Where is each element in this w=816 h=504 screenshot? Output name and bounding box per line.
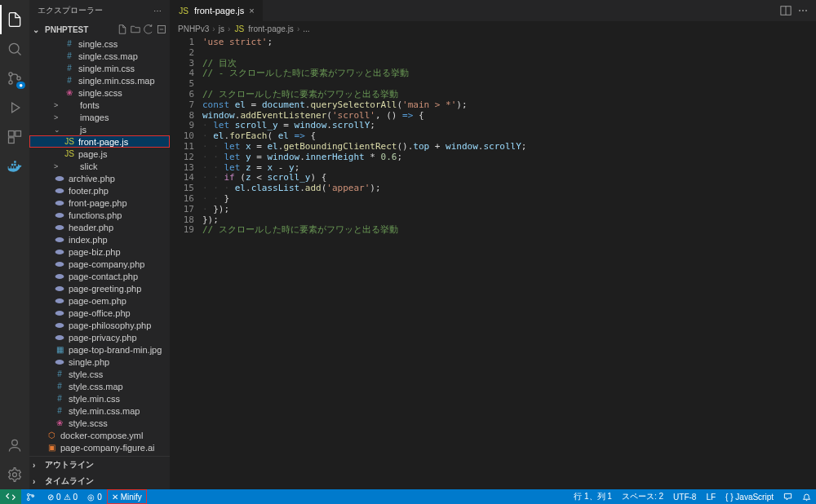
tree-item[interactable]: #style.min.css	[29, 392, 170, 405]
tree-item[interactable]: front-page.php	[29, 197, 170, 209]
tree-item-label: page.js	[78, 149, 107, 159]
breadcrumb-item[interactable]: ...	[303, 24, 309, 33]
tab-front-page-js[interactable]: JS front-page.js ×	[170, 0, 264, 21]
activity-extensions[interactable]	[0, 122, 29, 152]
tree-item[interactable]: #single.min.css	[29, 62, 170, 74]
activity-explorer[interactable]	[0, 5, 29, 34]
tree-item[interactable]: header.php	[29, 221, 170, 233]
tree-item[interactable]: page-biz.php	[29, 245, 170, 258]
tree-item[interactable]: >fonts	[29, 99, 170, 111]
collapse-icon[interactable]	[157, 24, 166, 34]
code-line[interactable]: · });	[202, 205, 816, 215]
eol[interactable]: LF	[701, 489, 721, 504]
tree-item[interactable]: ⬡docker-compose.yml	[29, 429, 170, 441]
code[interactable]: 'use strict';// 目次// - スクロールした時に要素がフワッと出…	[202, 38, 816, 489]
code-area[interactable]: 12345678910111213141516171819 'use stric…	[170, 36, 816, 489]
tree-item[interactable]: #style.min.css.map	[29, 405, 170, 417]
tree-item-label: header.php	[69, 223, 113, 232]
tree-item[interactable]: JSpage.js	[29, 148, 170, 160]
tree-item[interactable]: page-greeting.php	[29, 282, 170, 294]
php-icon	[54, 236, 65, 244]
new-folder-icon[interactable]	[131, 24, 140, 34]
timeline-section[interactable]: › タイムライン	[29, 473, 170, 489]
tree-item[interactable]: ❀single.scss	[29, 86, 170, 99]
project-header[interactable]: ⌄ PNHPTEST	[29, 21, 170, 38]
cursor-position[interactable]: 行 1、列 1	[569, 489, 617, 504]
code-line[interactable]: · · · el.classList.add('appear');	[202, 183, 816, 194]
problems[interactable]: ⊘0 ⚠0	[42, 489, 82, 504]
tree-item[interactable]: >images	[29, 111, 170, 123]
refresh-icon[interactable]	[144, 24, 153, 34]
activity-account[interactable]	[0, 431, 29, 460]
line-number: 6	[170, 90, 194, 100]
activity-debug[interactable]	[0, 93, 29, 122]
tree-item[interactable]: page-company.php	[29, 258, 170, 270]
activity-docker[interactable]	[0, 152, 29, 181]
activity-scm[interactable]: ●	[0, 64, 29, 93]
php-icon	[54, 248, 65, 256]
code-line[interactable]: · · }	[202, 194, 816, 205]
svg-point-2	[9, 81, 12, 84]
minify-button[interactable]: ✕ Minify	[107, 489, 147, 504]
code-line[interactable]	[202, 48, 816, 59]
encoding[interactable]: UTF-8	[668, 489, 701, 504]
tree-item[interactable]: JSfront-page.js	[29, 135, 170, 148]
tree-item[interactable]: #single.min.css.map	[29, 74, 170, 86]
tree-item[interactable]: single.php	[29, 356, 170, 368]
code-line[interactable]: // - スクロールした時に要素がフワッと出る挙動	[202, 69, 816, 79]
tree-item[interactable]: footer.php	[29, 184, 170, 197]
sidebar-more-icon[interactable]: ⋯	[153, 7, 162, 15]
tree-item[interactable]: functions.php	[29, 209, 170, 221]
outline-section[interactable]: › アウトライン	[29, 457, 170, 473]
php-icon	[54, 272, 65, 281]
timeline-label: タイムライン	[45, 475, 94, 487]
tree-item-label: style.min.css.map	[69, 406, 140, 416]
language-mode[interactable]: { } JavaScript	[721, 489, 778, 504]
tree-item[interactable]: ▣page-company-figure.ai	[29, 441, 170, 453]
activity-search[interactable]	[0, 34, 29, 64]
breadcrumb-item[interactable]: front-page.js	[248, 24, 294, 33]
hash-icon: #	[64, 39, 75, 48]
more-icon[interactable]: ⋯	[798, 5, 808, 16]
tree-item[interactable]: #style.css	[29, 368, 170, 380]
tree-item[interactable]: page-contact.php	[29, 270, 170, 282]
tree-item[interactable]: ❀style.scss	[29, 417, 170, 429]
git-branch[interactable]	[21, 489, 42, 504]
tree-item[interactable]: page-oem.php	[29, 294, 170, 307]
tree-item[interactable]: >slick	[29, 160, 170, 172]
activity-settings[interactable]	[0, 460, 29, 489]
error-icon: ⊘	[47, 493, 54, 502]
tree-item[interactable]: #style.css.map	[29, 380, 170, 392]
breadcrumb-item[interactable]: PNHPv3	[178, 24, 209, 33]
bell-icon[interactable]	[797, 489, 816, 504]
new-file-icon[interactable]	[118, 24, 127, 34]
tree-item-label: archive.php	[69, 174, 115, 183]
indentation[interactable]: スペース: 2	[617, 489, 668, 504]
tree-item[interactable]: page-philosophy.php	[29, 319, 170, 331]
ports[interactable]: ◎0	[82, 489, 107, 504]
svg-point-12	[55, 201, 64, 206]
svg-point-23	[55, 335, 64, 340]
code-line[interactable]: // スクロールした時に要素がフワッと出る挙動	[202, 225, 816, 236]
tree-item[interactable]: page-office.php	[29, 307, 170, 319]
tree-item[interactable]: ⌄js	[29, 123, 170, 135]
svg-point-14	[55, 225, 64, 230]
remote-button[interactable]	[0, 489, 21, 504]
tree-item[interactable]: ▦page-top-brand-min.jpg	[29, 343, 170, 356]
code-line[interactable]: 'use strict';	[202, 38, 816, 48]
sidebar-title-label: エクスプローラー	[38, 5, 103, 16]
tree-item[interactable]: #single.css.map	[29, 50, 170, 62]
close-icon: ✕	[112, 493, 118, 502]
tree-item[interactable]: page-privacy.php	[29, 331, 170, 343]
file-tree[interactable]: #single.css#single.css.map#single.min.cs…	[29, 38, 170, 456]
svg-point-15	[55, 237, 64, 242]
tree-item[interactable]: index.php	[29, 233, 170, 245]
feedback-icon[interactable]	[778, 489, 797, 504]
tree-item[interactable]: archive.php	[29, 172, 170, 184]
tree-item[interactable]: #single.css	[29, 38, 170, 50]
close-icon[interactable]: ×	[249, 6, 254, 15]
split-editor-icon[interactable]	[780, 5, 792, 16]
hash-icon: #	[64, 76, 75, 85]
breadcrumb-item[interactable]: js	[219, 24, 224, 33]
breadcrumbs[interactable]: PNHPv3›js›JSfront-page.js›...	[170, 21, 816, 36]
